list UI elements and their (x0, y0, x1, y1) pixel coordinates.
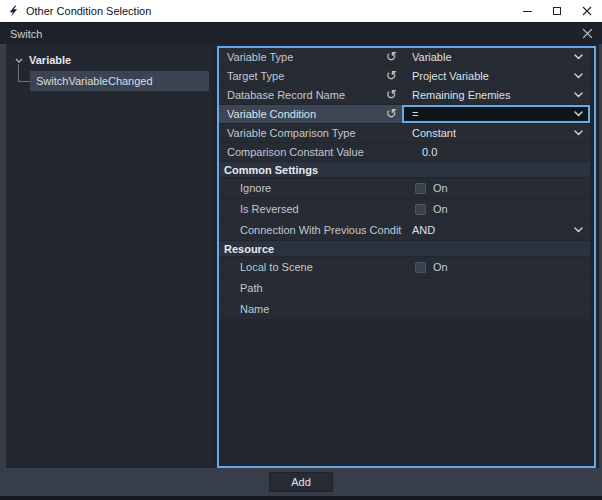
property-label: Ignore (219, 178, 402, 198)
number-field-comparison-constant-value[interactable]: 0.0 (402, 143, 590, 161)
section-header-resource[interactable]: Resource (219, 241, 590, 256)
minimize-button[interactable] (512, 0, 542, 22)
property-label-text: Ignore (240, 182, 402, 194)
condition-tree-panel: Variable SwitchVariableChanged (6, 46, 212, 466)
property-row-name: Name (219, 299, 590, 319)
property-label: Connection With Previous Condition (219, 220, 402, 240)
condition-tree: Variable SwitchVariableChanged (6, 46, 212, 91)
property-row-ignore: IgnoreOn (219, 178, 590, 198)
property-label-text: Connection With Previous Condition (240, 224, 402, 236)
property-control: AND (402, 220, 590, 240)
property-control: Remaining Enemies (402, 86, 590, 104)
property-label-text: Database Record Name (227, 89, 386, 101)
close-icon (582, 28, 593, 39)
dropdown-value: AND (412, 224, 574, 236)
checkbox-ignore[interactable] (415, 183, 426, 194)
close-window-button[interactable] (572, 0, 602, 22)
chevron-down-icon[interactable] (15, 58, 23, 63)
dropdown-variable-condition[interactable]: = (402, 105, 590, 123)
minimize-icon (523, 11, 532, 12)
property-control: Variable (402, 48, 590, 66)
dropdown-variable-comparison-type[interactable]: Constant (402, 124, 590, 142)
property-label: Comparison Constant Value (219, 143, 402, 161)
section-header-common-settings[interactable]: Common Settings (219, 162, 590, 177)
dialog-header: Switch (0, 22, 602, 44)
tree-branch-line (18, 64, 30, 82)
property-row-local-to-scene: Local to SceneOn (219, 257, 590, 277)
property-label-text: Comparison Constant Value (227, 146, 402, 158)
property-row-variable-condition: Variable Condition↺= (219, 105, 590, 123)
window-controls (512, 0, 602, 22)
inspector-rows: Variable Type↺VariableTarget Type↺Projec… (219, 48, 594, 319)
chevron-down-icon (574, 92, 583, 98)
property-label-text: Path (240, 282, 402, 294)
property-label-text: Is Reversed (240, 203, 402, 215)
property-control: 0.0 (402, 143, 590, 161)
property-row-database-record-name: Database Record Name↺Remaining Enemies (219, 86, 590, 104)
property-label: Target Type↺ (219, 67, 402, 85)
property-control (402, 299, 590, 319)
tree-item-switchvariablechanged: SwitchVariableChanged (6, 71, 212, 91)
property-control: = (402, 105, 590, 123)
chevron-down-icon (574, 227, 583, 233)
property-row-is-reversed: Is ReversedOn (219, 199, 590, 219)
checkbox-local-to-scene[interactable] (415, 262, 426, 273)
tree-selected-item[interactable]: SwitchVariableChanged (30, 71, 209, 91)
tree-root-label: Variable (29, 54, 71, 66)
property-label-text: Variable Comparison Type (227, 127, 402, 139)
dropdown-value: Constant (412, 127, 574, 139)
property-label-text: Name (240, 303, 402, 315)
property-label: Variable Type↺ (219, 48, 402, 66)
property-label-text: Variable Condition (227, 108, 386, 120)
dropdown-value: Project Variable (412, 70, 574, 82)
checkbox-is-reversed[interactable] (415, 204, 426, 215)
chevron-down-icon (574, 130, 583, 136)
property-row-target-type: Target Type↺Project Variable (219, 67, 590, 85)
add-button[interactable]: Add (269, 472, 333, 492)
window-title: Other Condition Selection (26, 5, 151, 17)
dialog-title: Switch (10, 28, 42, 40)
property-control: On (402, 257, 590, 277)
maximize-button[interactable] (542, 0, 572, 22)
tree-item-variable[interactable]: Variable (6, 51, 212, 69)
property-control (402, 278, 590, 298)
chevron-down-icon (574, 111, 583, 117)
dropdown-variable-type[interactable]: Variable (402, 48, 590, 66)
titlebar: Other Condition Selection (0, 0, 602, 22)
chevron-down-icon (574, 73, 583, 79)
dialog-close-button[interactable] (582, 28, 593, 39)
revert-icon[interactable]: ↺ (386, 109, 397, 119)
property-label: Variable Condition↺ (219, 105, 402, 123)
dropdown-value: Remaining Enemies (412, 89, 574, 101)
property-control: On (402, 178, 590, 198)
property-row-connection-with-previous-condition: Connection With Previous ConditionAND (219, 220, 590, 240)
revert-icon[interactable]: ↺ (386, 52, 397, 62)
chevron-down-icon (574, 54, 583, 60)
property-label: Is Reversed (219, 199, 402, 219)
dropdown-database-record-name[interactable]: Remaining Enemies (402, 86, 590, 104)
property-label-text: Variable Type (227, 51, 386, 63)
property-label-text: Local to Scene (240, 261, 402, 273)
property-label: Name (219, 299, 402, 319)
property-label-text: Target Type (227, 70, 386, 82)
inspector-panel: Variable Type↺VariableTarget Type↺Projec… (217, 46, 596, 468)
dropdown-value: Variable (412, 51, 574, 63)
dropdown-connection-with-previous-condition[interactable]: AND (402, 220, 590, 240)
maximize-icon (553, 7, 561, 15)
property-label: Path (219, 278, 402, 298)
checkbox-label: On (433, 261, 448, 273)
checkbox-label: On (433, 203, 448, 215)
property-row-path: Path (219, 278, 590, 298)
revert-icon[interactable]: ↺ (386, 71, 397, 81)
bottom-edge (0, 496, 602, 500)
app-icon (7, 5, 19, 17)
property-label: Local to Scene (219, 257, 402, 277)
property-row-variable-type: Variable Type↺Variable (219, 48, 590, 66)
property-label: Variable Comparison Type (219, 124, 402, 142)
revert-icon[interactable]: ↺ (386, 90, 397, 100)
property-control: On (402, 199, 590, 219)
property-row-variable-comparison-type: Variable Comparison TypeConstant (219, 124, 590, 142)
dropdown-target-type[interactable]: Project Variable (402, 67, 590, 85)
property-control: Project Variable (402, 67, 590, 85)
checkbox-label: On (433, 182, 448, 194)
